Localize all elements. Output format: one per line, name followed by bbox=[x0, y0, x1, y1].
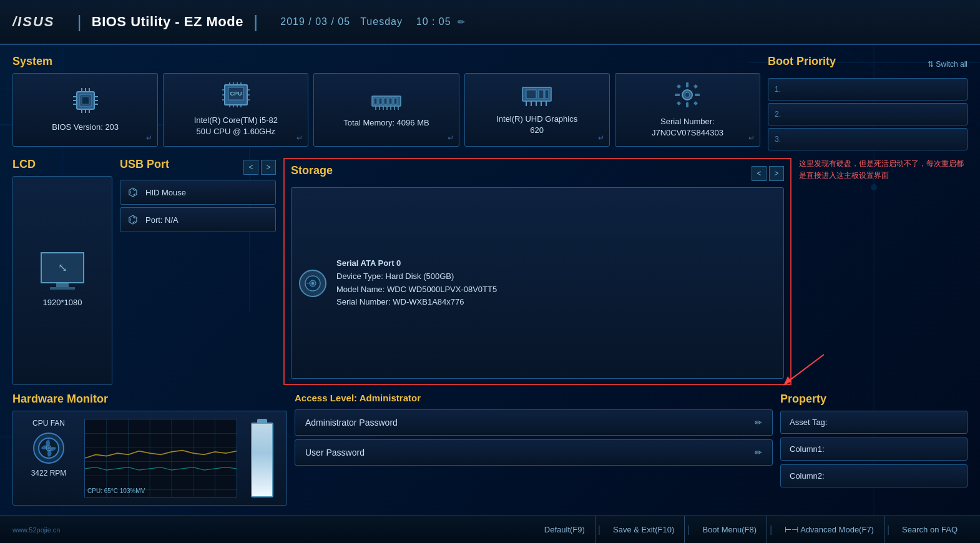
svg-rect-49 bbox=[374, 98, 377, 104]
boot-slot-1: 1. bbox=[768, 78, 968, 100]
footer-sep-3: | bbox=[767, 524, 775, 536]
cpu-fan-label: CPU FAN bbox=[32, 419, 65, 428]
user-password-row[interactable]: User Password ✏ bbox=[295, 439, 773, 466]
asus-logo: /ISUS bbox=[12, 14, 54, 30]
default-button[interactable]: Default(F9) bbox=[534, 516, 595, 543]
bottom-row: Hardware Monitor CPU FAN bbox=[12, 393, 968, 506]
boot-priority-header: Boot Priority ⇅ Switch all bbox=[768, 55, 968, 73]
usb-section: USB Port < > ⌬ HID Mouse ⌬ Port: N/A bbox=[120, 158, 276, 385]
resize-icon: ⤡ bbox=[58, 261, 67, 275]
user-password-edit-icon[interactable]: ✏ bbox=[755, 448, 762, 457]
edit-datetime-icon[interactable]: ✏ bbox=[458, 17, 465, 27]
save-exit-button[interactable]: Save & Exit(F10) bbox=[603, 516, 685, 543]
system-card-memory[interactable]: Total Memory: 4096 MB ↵ bbox=[313, 73, 459, 147]
footer-sep-4: | bbox=[884, 524, 892, 536]
enter-icon4: ↵ bbox=[598, 134, 604, 142]
property-section: Property Asset Tag: Column1: Column2: bbox=[780, 393, 968, 506]
storage-nav-next[interactable]: > bbox=[769, 166, 784, 181]
annotation-text: 这里发现有硬盘，但是死活启动不了，每次重启都是直接进入这主板设置界面 bbox=[799, 158, 968, 182]
svg-rect-52 bbox=[389, 98, 392, 104]
system-card-cpu[interactable]: CPU bbox=[163, 73, 308, 147]
switch-all-button[interactable]: ⇅ Switch all bbox=[928, 60, 968, 69]
hw-graph: CPU: 65°C 103%MV bbox=[84, 419, 237, 497]
asset-tag-row: Asset Tag: bbox=[780, 411, 968, 434]
storage-info: Serial ATA Port 0 Device Type: Hard Disk… bbox=[336, 257, 497, 309]
usb-icon-2: ⌬ bbox=[128, 213, 138, 227]
enter-icon2: ↵ bbox=[296, 134, 303, 142]
cpu-fan-display: CPU FAN 3422 RPM bbox=[21, 419, 77, 497]
system-card-serial[interactable]: Serial Number:J7N0CV07S844303 ↵ bbox=[615, 73, 760, 147]
storage-title: Storage bbox=[291, 164, 333, 177]
usb-label-1: HID Mouse bbox=[145, 188, 186, 197]
boot-priority-title: Boot Priority bbox=[768, 55, 836, 68]
annotation-area: 这里发现有硬盘，但是死活启动不了，每次重启都是直接进入这主板设置界面 bbox=[799, 158, 968, 385]
middle-row: LCD ⤡ 1920*1080 USB Port < > bbox=[12, 158, 968, 385]
usb-label-2: Port: N/A bbox=[145, 215, 179, 225]
svg-rect-50 bbox=[379, 98, 382, 104]
lcd-title: LCD bbox=[12, 158, 112, 171]
storage-header: Storage < > bbox=[291, 164, 784, 182]
lcd-screen: ⤡ bbox=[41, 252, 84, 283]
enter-icon: ↵ bbox=[146, 134, 152, 142]
admin-password-label: Administrator Password bbox=[305, 418, 398, 428]
svg-rect-51 bbox=[384, 98, 387, 104]
storage-serial: Serial Number: WD-WXB1A84x776 bbox=[336, 296, 497, 309]
svg-rect-63 bbox=[539, 90, 544, 99]
column1-row: Column1: bbox=[780, 438, 968, 461]
usb-device-1[interactable]: ⌬ HID Mouse bbox=[120, 180, 276, 205]
system-section: System bbox=[12, 55, 760, 150]
boot-slot-3: 3. bbox=[768, 128, 968, 150]
admin-password-edit-icon[interactable]: ✏ bbox=[755, 418, 762, 428]
svg-rect-73 bbox=[686, 102, 688, 107]
hdd-icon bbox=[299, 270, 326, 297]
header-divider: | bbox=[77, 12, 81, 32]
usb-device-2[interactable]: ⌬ Port: N/A bbox=[120, 207, 276, 232]
svg-rect-77 bbox=[693, 84, 698, 89]
system-card-gpu[interactable]: Intel(R) UHD Graphics620 ↵ bbox=[464, 73, 610, 147]
svg-rect-64 bbox=[545, 90, 549, 99]
fan-icon bbox=[33, 433, 64, 464]
storage-card[interactable]: Serial ATA Port 0 Device Type: Hard Disk… bbox=[291, 187, 784, 379]
boot-menu-button[interactable]: Boot Menu(F8) bbox=[692, 516, 767, 543]
svg-rect-62 bbox=[526, 90, 536, 99]
hw-monitor-title: Hardware Monitor bbox=[12, 393, 287, 406]
admin-password-row[interactable]: Administrator Password ✏ bbox=[295, 409, 773, 436]
temp-label: CPU: 65°C 103%MV bbox=[87, 487, 145, 494]
lcd-section: LCD ⤡ 1920*1080 bbox=[12, 158, 112, 385]
svg-point-88 bbox=[47, 447, 50, 449]
system-card-bios[interactable]: BIOS Version: 203 ↵ bbox=[12, 73, 158, 147]
svg-rect-78 bbox=[677, 101, 681, 105]
boot-priority-section: Boot Priority ⇅ Switch all 1. 2. 3. bbox=[768, 55, 968, 150]
property-title: Property bbox=[780, 393, 968, 406]
svg-rect-75 bbox=[695, 94, 700, 96]
main-content: System bbox=[0, 45, 980, 516]
usb-nav-next[interactable]: > bbox=[261, 160, 276, 175]
cpu-info-text: Intel(R) Core(TM) i5-8250U CPU @ 1.60GHz bbox=[194, 115, 278, 137]
gpu-icon bbox=[521, 84, 552, 109]
storage-model: Model Name: WDC WD5000LPVX-08V0TT5 bbox=[336, 283, 497, 296]
lcd-resolution: 1920*1080 bbox=[43, 297, 82, 308]
hardware-monitor-section: Hardware Monitor CPU FAN bbox=[12, 393, 287, 506]
enter-icon3: ↵ bbox=[448, 134, 454, 142]
svg-rect-72 bbox=[686, 82, 688, 87]
usb-icon-1: ⌬ bbox=[128, 185, 138, 199]
usb-title: USB Port bbox=[120, 158, 169, 171]
gear-icon bbox=[674, 81, 701, 111]
svg-marker-85 bbox=[783, 376, 791, 386]
usb-nav-prev[interactable]: < bbox=[243, 160, 258, 175]
battery-bar bbox=[251, 423, 273, 497]
svg-rect-53 bbox=[394, 98, 397, 104]
storage-nav-prev[interactable]: < bbox=[752, 166, 767, 181]
temp-gauge bbox=[245, 419, 279, 497]
footer: www.52pojie.cn Default(F9) | Save & Exit… bbox=[0, 516, 980, 543]
watermark: www.52pojie.cn bbox=[12, 526, 60, 534]
search-faq-button[interactable]: Search on FAQ bbox=[892, 516, 968, 543]
advanced-mode-button[interactable]: ⊢⊣ Advanced Mode(F7) bbox=[775, 516, 884, 543]
footer-sep-1: | bbox=[595, 524, 603, 536]
user-password-label: User Password bbox=[305, 448, 365, 457]
memory-text: Total Memory: 4096 MB bbox=[343, 117, 429, 129]
svg-rect-76 bbox=[677, 84, 681, 89]
annotation-arrow-icon bbox=[780, 351, 830, 391]
lcd-card[interactable]: ⤡ 1920*1080 bbox=[12, 176, 112, 385]
access-section: Access Level: Administrator Administrato… bbox=[295, 393, 773, 506]
